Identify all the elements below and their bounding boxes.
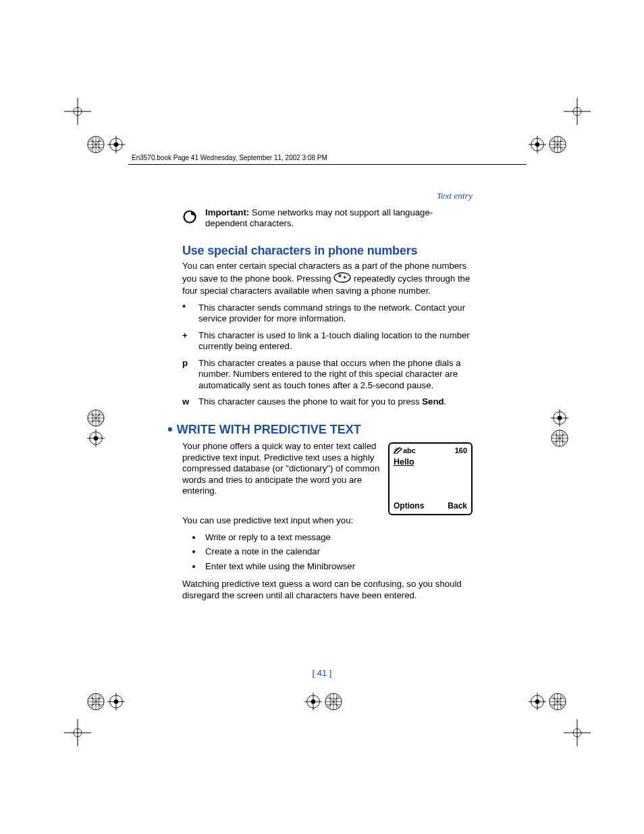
header-rule <box>128 164 527 165</box>
phone-softkey-left: Options <box>394 501 424 511</box>
crop-mark-tr <box>564 98 591 125</box>
svg-text:*: * <box>338 273 342 282</box>
reg-marks-tr <box>528 135 567 154</box>
crop-mark-br <box>564 719 591 746</box>
special-char-table: * This character sends command strings t… <box>182 303 473 408</box>
char-row-w: w This character causes the phone to wai… <box>182 396 473 408</box>
char-desc: This character creates a pause that occu… <box>198 358 473 392</box>
svg-point-50 <box>94 436 99 441</box>
svg-point-76 <box>114 700 119 704</box>
char-sym: + <box>182 330 198 353</box>
pencil-icon <box>394 447 403 454</box>
heading-special-chars: Use special characters in phone numbers <box>182 243 473 259</box>
heading-predictive: • WRITE WITH PREDICTIVE TEXT <box>167 420 473 439</box>
asterisk-key-icon: *+ <box>333 272 351 286</box>
header-meta: En3570.book Page 41 Wednesday, September… <box>132 154 327 161</box>
phone-count: 160 <box>455 446 467 456</box>
para-predict-3: Watching predictive text guess a word ca… <box>182 579 473 601</box>
svg-point-24 <box>114 142 119 147</box>
phone-softkey-right: Back <box>448 501 467 511</box>
predictive-section: abc 160 Hello Options Back Your phone of… <box>182 441 473 515</box>
list-item: Write or reply to a text message <box>203 532 473 544</box>
reg-marks-br <box>528 692 567 711</box>
important-label: Important: <box>205 207 249 217</box>
svg-point-93 <box>535 700 540 704</box>
page-content: Text entry Important: Some networks may … <box>182 190 473 606</box>
svg-point-103 <box>184 211 196 222</box>
reg-marks-ml <box>86 409 105 448</box>
para-predict-2: You can use predictive text input when y… <box>182 515 473 527</box>
char-desc: This character is used to link a 1-touch… <box>198 330 473 353</box>
svg-point-104 <box>334 273 350 282</box>
char-w-post: . <box>444 396 447 407</box>
important-note: Important: Some networks may not support… <box>182 207 473 235</box>
svg-point-80 <box>311 700 316 704</box>
phone-screen: abc 160 Hello Options Back <box>388 442 473 515</box>
char-sym: * <box>182 303 198 325</box>
char-desc: This character causes the phone to wait … <box>198 396 473 408</box>
predict-usage-list: Write or reply to a text message Create … <box>182 532 473 573</box>
char-sym: w <box>182 396 198 408</box>
char-desc: This character sends command strings to … <box>198 303 473 325</box>
svg-point-54 <box>558 416 562 421</box>
heading-predictive-text: WRITE WITH PREDICTIVE TEXT <box>177 423 361 436</box>
char-sym: p <box>182 358 198 392</box>
phone-mode: abc <box>394 446 416 456</box>
section-label: Text entry <box>182 190 473 202</box>
list-item: Enter text while using the Minibrowser <box>203 561 473 573</box>
svg-text:+: + <box>343 274 346 281</box>
list-item: Create a note in the calendar <box>203 546 473 558</box>
char-w-pre: This character causes the phone to wait … <box>198 396 422 407</box>
svg-point-28 <box>535 142 540 147</box>
reg-marks-bm <box>304 692 343 711</box>
char-row-plus: + This character is used to link a 1-tou… <box>182 330 473 353</box>
page-number: [ 41 ] <box>0 668 644 678</box>
char-row-asterisk: * This character sends command strings t… <box>182 303 473 325</box>
para-special-1: You can enter certain special characters… <box>182 261 473 297</box>
reg-marks-mr <box>550 409 569 448</box>
phone-text: Hello <box>394 457 467 468</box>
important-text: Important: Some networks may not support… <box>205 207 473 230</box>
phone-mode-text: abc <box>403 446 416 454</box>
reg-marks-bl <box>86 692 126 711</box>
reg-marks-tl <box>86 135 126 154</box>
important-icon <box>182 209 198 225</box>
char-row-p: p This character creates a pause that oc… <box>182 358 473 392</box>
bullet-icon: • <box>167 421 177 438</box>
crop-mark-tl <box>64 98 91 125</box>
crop-mark-bl <box>64 719 91 746</box>
char-w-bold: Send <box>422 396 444 407</box>
